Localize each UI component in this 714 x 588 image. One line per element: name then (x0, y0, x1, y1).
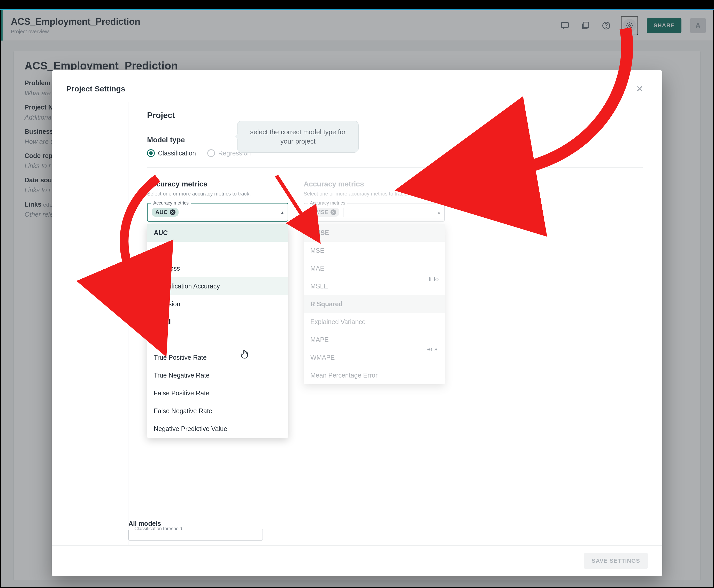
chip-remove-icon[interactable]: ✕ (330, 209, 336, 215)
chip-label: RMSE (312, 209, 328, 216)
dropdown-option[interactable]: Precision (147, 295, 288, 313)
dropdown-option[interactable]: MAPE (304, 331, 445, 349)
radio-classification[interactable]: Classification (147, 149, 196, 157)
modal-title: Project Settings (66, 84, 631, 93)
caret-up-icon: ▴ (438, 209, 440, 215)
dropdown-option[interactable]: GINI (147, 242, 288, 259)
classification-threshold-input[interactable]: Classification threshold (128, 529, 263, 541)
metrics-subtitle: Select one or more accuracy metrics to t… (304, 191, 445, 197)
section-model-type: Model type (147, 136, 643, 144)
combo-floating-label: Accuracy metrics (308, 201, 347, 206)
partial-text: lt fo (429, 275, 439, 283)
close-icon[interactable]: ✕ (631, 82, 648, 96)
dropdown-option[interactable]: Negative Predictive Value (147, 420, 288, 438)
regression-metrics-dropdown[interactable]: RMSEMSEMAEMSLER SquaredExplained Varianc… (304, 224, 445, 384)
dropdown-option[interactable]: False Positive Rate (147, 384, 288, 402)
dropdown-option[interactable]: RMSE (304, 224, 445, 242)
dropdown-option[interactable]: False Negative Rate (147, 402, 288, 420)
combo-floating-label: Accuracy metrics (151, 201, 191, 206)
save-settings-button[interactable]: SAVE SETTINGS (584, 553, 648, 569)
chip-label: AUC (155, 209, 168, 216)
chip-rmse[interactable]: RMSE ✕ (308, 208, 339, 217)
dropdown-option[interactable]: Recall (147, 313, 288, 331)
divider (147, 126, 643, 126)
text-cursor (343, 208, 343, 217)
dropdown-option[interactable]: True Positive Rate (147, 349, 288, 366)
browser-chrome-bar (0, 0, 714, 9)
classification-metrics-dropdown[interactable]: AUCGINILog LossClassification AccuracyPr… (147, 224, 288, 438)
dropdown-option[interactable]: MAE (304, 259, 445, 277)
regression-metrics-combo[interactable]: Accuracy metrics RMSE ✕ ▴ (304, 203, 445, 222)
dropdown-option[interactable]: True Negative Rate (147, 366, 288, 384)
radio-classification-label: Classification (158, 149, 196, 157)
dropdown-option[interactable]: Log Loss (147, 259, 288, 277)
divider (147, 167, 643, 168)
chip-auc[interactable]: AUC ✕ (152, 208, 179, 217)
dropdown-option[interactable]: MSLE (304, 277, 445, 295)
classification-metrics-block: Accuracy metrics Select one or more accu… (147, 180, 288, 222)
dropdown-option[interactable]: MSE (304, 242, 445, 259)
section-project: Project (147, 110, 643, 120)
dropdown-option[interactable]: R Squared (304, 295, 445, 313)
pointer-cursor-icon (240, 349, 250, 362)
dropdown-option[interactable]: AUC (147, 224, 288, 242)
regression-metrics-block: Accuracy metrics Select one or more accu… (304, 180, 445, 222)
metrics-title: Accuracy metrics (304, 180, 445, 188)
partial-text: er s (427, 345, 437, 353)
threshold-floating-label: Classification threshold (132, 526, 184, 531)
dropdown-option[interactable]: F1 (147, 331, 288, 349)
metrics-subtitle: Select one or more accuracy metrics to t… (147, 191, 288, 197)
dropdown-option[interactable]: Classification Accuracy (147, 277, 288, 295)
annotation-callout: select the correct model type for your p… (237, 121, 359, 153)
classification-metrics-combo[interactable]: Accuracy metrics AUC ✕ ▴ (147, 203, 288, 222)
dropdown-option[interactable]: Mean Percentage Error (304, 366, 445, 384)
caret-up-icon: ▴ (281, 209, 284, 215)
metrics-title: Accuracy metrics (147, 180, 288, 188)
chip-remove-icon[interactable]: ✕ (170, 209, 176, 215)
dropdown-option[interactable]: WMAPE (304, 349, 445, 366)
dropdown-option[interactable]: Explained Variance (304, 313, 445, 331)
